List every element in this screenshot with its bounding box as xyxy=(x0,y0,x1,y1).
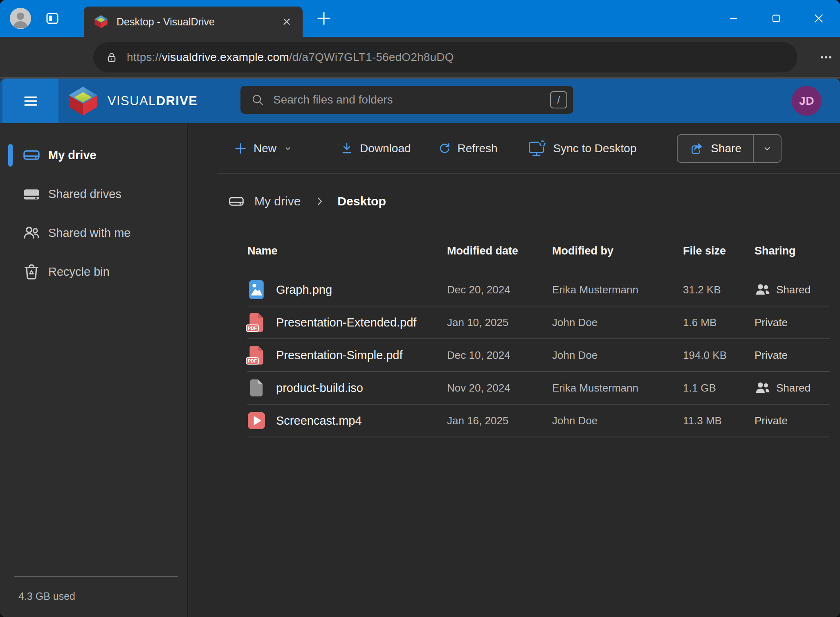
column-header-name[interactable]: Name xyxy=(247,245,447,257)
table-row[interactable]: Graph.png Dec 20, 2024 Erika Mustermann … xyxy=(247,274,830,306)
close-icon xyxy=(281,16,292,27)
search-input[interactable]: Search files and folders / xyxy=(240,86,573,114)
sidebar-item-label: My drive xyxy=(48,136,97,175)
generic-file-icon xyxy=(247,378,265,398)
sync-to-desktop-button[interactable]: Sync to Desktop xyxy=(528,139,637,158)
share-button[interactable]: Share xyxy=(678,135,753,162)
hamburger-icon xyxy=(22,92,39,110)
breadcrumb: My drive Desktop xyxy=(188,184,840,219)
file-size: 1.6 MB xyxy=(683,316,755,329)
chevron-down-icon xyxy=(762,143,773,154)
brand[interactable]: VISUALDRIVE xyxy=(67,79,198,123)
file-name: Screencast.mp4 xyxy=(276,414,362,428)
refresh-button[interactable]: Refresh xyxy=(438,142,498,155)
search-icon xyxy=(251,93,264,106)
file-size: 11.3 MB xyxy=(683,414,755,427)
url-scheme: https:// xyxy=(127,51,162,63)
toolbar-divider xyxy=(217,173,840,174)
workspaces-icon xyxy=(45,11,60,26)
file-modified-by: Erika Mustermann xyxy=(552,284,683,296)
workspaces-button[interactable] xyxy=(45,11,60,26)
shared-people-icon xyxy=(755,380,771,396)
maximize-button[interactable] xyxy=(755,0,797,37)
recycle-bin-icon xyxy=(22,263,40,281)
breadcrumb-root[interactable]: My drive xyxy=(254,194,301,208)
sidebar-item-label: Shared drives xyxy=(48,175,121,214)
browser-tab[interactable]: Desktop - VisualDrive xyxy=(84,7,303,37)
browser-menu-button[interactable] xyxy=(817,46,835,69)
plus-icon xyxy=(316,10,332,27)
new-button[interactable]: New xyxy=(234,142,293,155)
file-size: 194.0 KB xyxy=(683,349,755,362)
close-icon xyxy=(813,13,824,24)
column-header-modified-by[interactable]: Modified by xyxy=(552,245,683,257)
refresh-button-label: Refresh xyxy=(458,142,498,155)
table-header: Name Modified date Modified by File size… xyxy=(247,237,830,264)
menu-button[interactable] xyxy=(2,79,58,123)
share-dropdown-button[interactable] xyxy=(754,135,781,162)
share-split-button: Share xyxy=(677,134,782,163)
shared-people-icon xyxy=(755,281,771,298)
browser-window: Desktop - VisualDrive https://visualdriv… xyxy=(0,0,840,617)
file-name: product-build.iso xyxy=(276,381,363,395)
file-modified-date: Dec 10, 2024 xyxy=(447,349,552,362)
visualdrive-logo-icon xyxy=(67,85,99,117)
pdf-file-icon: PDF xyxy=(247,312,265,333)
main-panel: New Download Refresh Sync to Desktop xyxy=(188,123,840,617)
maximize-icon xyxy=(771,13,782,24)
sync-button-label: Sync to Desktop xyxy=(553,142,637,155)
table-row[interactable]: PDF Presentation-Simple.pdf Dec 10, 2024… xyxy=(247,339,830,372)
sidebar-item-shared-with-me[interactable]: Shared with me xyxy=(0,214,187,252)
file-modified-by: John Doe xyxy=(552,349,683,362)
pdf-badge: PDF xyxy=(246,324,259,332)
sidebar-item-shared-drives[interactable]: Shared drives xyxy=(0,175,187,214)
breadcrumb-current: Desktop xyxy=(337,194,386,208)
tab-close-button[interactable] xyxy=(280,15,294,29)
share-icon xyxy=(690,142,704,155)
file-name: Presentation-Extended.pdf xyxy=(276,316,416,329)
address-bar[interactable]: https://visualdrive.example.com/d/a7QWi7… xyxy=(93,42,797,72)
column-header-file-size[interactable]: File size xyxy=(683,245,755,257)
new-tab-button[interactable] xyxy=(316,10,332,27)
user-avatar-icon xyxy=(10,8,31,29)
file-sharing-status: Private xyxy=(755,349,788,362)
url-path: /d/a7QWi7GLT1-56edO2h8uDQ xyxy=(289,51,454,63)
file-modified-date: Jan 16, 2025 xyxy=(447,414,552,427)
table-body: Graph.png Dec 20, 2024 Erika Mustermann … xyxy=(247,274,830,437)
minimize-icon xyxy=(728,13,739,24)
sidebar-item-recycle-bin[interactable]: Recycle bin xyxy=(0,252,187,291)
brand-name-bold: DRIVE xyxy=(156,94,198,108)
minimize-button[interactable] xyxy=(712,0,755,37)
sidebar: My drive Shared drives Shared with me Re… xyxy=(0,123,188,617)
file-table: Name Modified date Modified by File size… xyxy=(247,237,830,437)
table-row[interactable]: product-build.iso Nov 20, 2024 Erika Mus… xyxy=(247,372,830,405)
brand-name: VISUALDRIVE xyxy=(108,94,198,108)
table-row[interactable]: Screencast.mp4 Jan 16, 2025 John Doe 11.… xyxy=(247,405,830,437)
chevron-right-icon xyxy=(314,196,325,207)
app-body: My drive Shared drives Shared with me Re… xyxy=(0,123,840,617)
file-size: 31.2 KB xyxy=(683,284,755,296)
search-shortcut-badge: / xyxy=(550,91,567,108)
table-row[interactable]: PDF Presentation-Extended.pdf Jan 10, 20… xyxy=(247,306,830,339)
file-sharing-status: Private xyxy=(755,414,788,427)
close-window-button[interactable] xyxy=(797,0,840,37)
people-icon xyxy=(22,224,40,242)
file-name: Graph.png xyxy=(276,283,332,297)
column-header-sharing[interactable]: Sharing xyxy=(755,245,830,257)
sidebar-item-label: Shared with me xyxy=(48,214,131,252)
column-header-modified-date[interactable]: Modified date xyxy=(447,245,552,257)
file-modified-by: John Doe xyxy=(552,414,683,427)
user-avatar[interactable]: JD xyxy=(792,86,822,116)
browser-profile-button[interactable] xyxy=(10,8,31,29)
search-placeholder: Search files and folders xyxy=(273,93,550,106)
app-header: VISUALDRIVE Search files and folders / J… xyxy=(0,79,840,123)
drive-icon xyxy=(22,146,40,164)
url-text: https://visualdrive.example.com/d/a7QWi7… xyxy=(127,51,454,64)
new-button-label: New xyxy=(254,142,276,155)
browser-navbar: https://visualdrive.example.com/d/a7QWi7… xyxy=(0,37,840,79)
sidebar-item-my-drive[interactable]: My drive xyxy=(0,136,187,175)
ellipsis-icon xyxy=(819,50,833,64)
download-button[interactable]: Download xyxy=(340,142,411,155)
file-modified-by: John Doe xyxy=(552,316,683,329)
visualdrive-favicon xyxy=(94,14,108,29)
